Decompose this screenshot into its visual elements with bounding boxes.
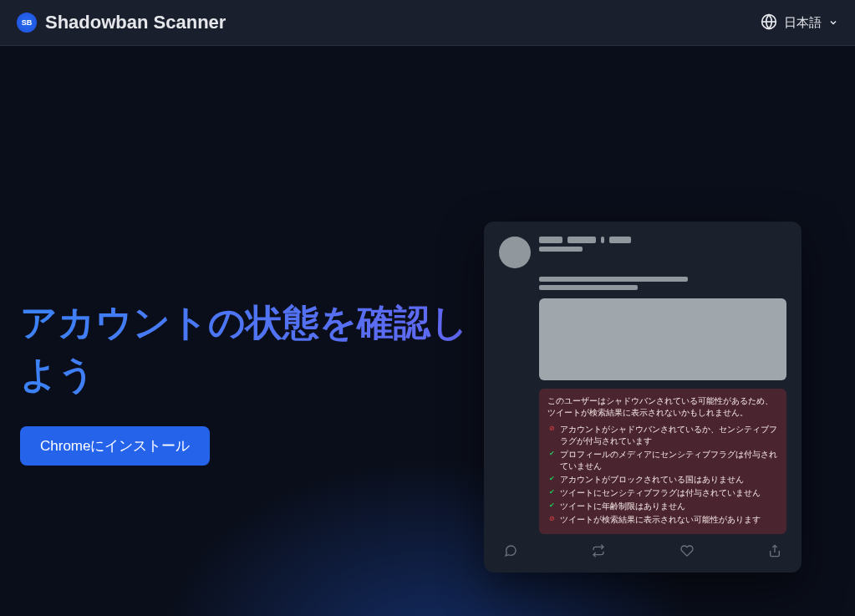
status-text: プロフィールのメディアにセンシティブフラグは付与されていません [560,449,778,472]
logo-section[interactable]: Shadowban Scanner [17,12,226,33]
retweet-icon[interactable] [592,544,605,557]
reply-icon[interactable] [504,544,517,557]
ban-icon: ⊘ [547,425,556,433]
hero-right: このユーザーはシャドウバンされている可能性があるため、ツイートが検索結果に表示さ… [484,96,835,610]
check-icon: ✔ [547,501,556,510]
hero-title: アカウントの状態を確認しよう [20,297,484,400]
status-item: ✔ ツイートにセンシティブフラグは付与されていません [547,487,778,499]
status-text: ツイートに年齢制限はありません [560,501,685,512]
ban-icon: ⊘ [547,515,556,523]
check-icon: ✔ [547,488,556,496]
install-chrome-button[interactable]: Chromeにインストール [20,426,210,466]
avatar [499,237,531,268]
status-item: ✔ プロフィールのメディアにセンシティブフラグは付与されていません [547,449,778,472]
logo-text: Shadowban Scanner [45,12,226,33]
tweet-image-placeholder [539,298,786,380]
status-item: ⊘ ツイートが検索結果に表示されない可能性があります [547,514,778,526]
status-item: ✔ ツイートに年齢制限はありません [547,501,778,512]
globe-icon [761,13,777,33]
status-item: ✔ アカウントがブロックされている国はありません [547,474,778,486]
tweet-meta [539,237,786,268]
shadowban-status-box: このユーザーはシャドウバンされている可能性があるため、ツイートが検索結果に表示さ… [539,389,786,534]
language-selector[interactable]: 日本語 [761,13,838,33]
hero-section: アカウントの状態を確認しよう Chromeにインストール [0,46,855,610]
like-icon[interactable] [680,544,694,557]
chevron-down-icon [828,16,838,30]
header: Shadowban Scanner 日本語 [0,0,855,46]
tweet-body-placeholder [539,277,786,290]
status-text: ツイートにセンシティブフラグは付与されていません [560,487,761,499]
share-icon[interactable] [768,544,781,557]
tweet-preview-card: このユーザーはシャドウバンされている可能性があるため、ツイートが検索結果に表示さ… [484,221,802,573]
status-item: ⊘ アカウントがシャドウバンされているか、センシティブフラグが付与されています [547,424,778,447]
status-text: アカウントがシャドウバンされているか、センシティブフラグが付与されています [560,424,778,447]
status-warning-text: このユーザーはシャドウバンされている可能性があるため、ツイートが検索結果に表示さ… [547,395,778,419]
tweet-actions [499,544,786,557]
status-text: アカウントがブロックされている国はありません [560,474,744,486]
check-icon: ✔ [547,450,556,458]
language-label: 日本語 [784,15,822,31]
check-icon: ✔ [547,475,556,483]
logo-icon [17,13,37,33]
tweet-header [499,237,786,268]
status-text: ツイートが検索結果に表示されない可能性があります [560,514,761,526]
hero-left: アカウントの状態を確認しよう Chromeにインストール [20,96,484,610]
